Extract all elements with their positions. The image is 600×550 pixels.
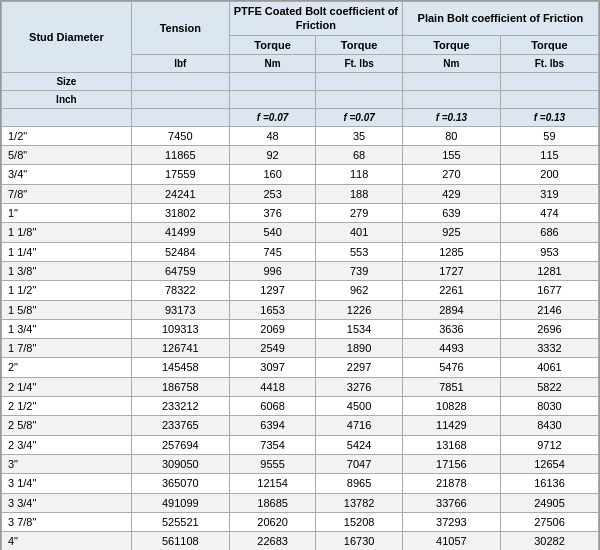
value-cell: 2696 (500, 319, 598, 338)
table-row: 1"31802376279639474 (2, 204, 599, 223)
value-cell: 188 (316, 184, 403, 203)
plain-nm-header: Nm (402, 54, 500, 72)
table-row: 2 5/8"23376563944716114298430 (2, 416, 599, 435)
blank-plain-ft (500, 72, 598, 90)
value-cell: 1653 (229, 300, 316, 319)
size-cell: 3 3/4" (2, 493, 132, 512)
f013b-label: f =0.13 (500, 108, 598, 126)
value-cell: 1890 (316, 339, 403, 358)
value-cell: 27506 (500, 512, 598, 531)
table-row: 5/8"118659268155115 (2, 146, 599, 165)
blank-tension (131, 72, 229, 90)
value-cell: 3636 (402, 319, 500, 338)
size-cell: 1" (2, 204, 132, 223)
value-cell: 1534 (316, 319, 403, 338)
value-cell: 48 (229, 126, 316, 145)
value-cell: 2297 (316, 358, 403, 377)
size-cell: 1 3/8" (2, 261, 132, 280)
blank2-tension (131, 90, 229, 108)
value-cell: 33766 (402, 493, 500, 512)
value-cell: 7450 (131, 126, 229, 145)
table-row: 1 1/4"524847455531285953 (2, 242, 599, 261)
table-row: 1 1/2"78322129796222611677 (2, 281, 599, 300)
value-cell: 11429 (402, 416, 500, 435)
value-cell: 6068 (229, 397, 316, 416)
size-cell: 2 3/4" (2, 435, 132, 454)
blank2-plain-ft (500, 90, 598, 108)
value-cell: 3332 (500, 339, 598, 358)
value-cell: 15208 (316, 512, 403, 531)
table-row: 1 5/8"931731653122628942146 (2, 300, 599, 319)
size-cell: 3" (2, 454, 132, 473)
value-cell: 115 (500, 146, 598, 165)
f007b-label: f =0.07 (316, 108, 403, 126)
ptfe-torque-header: Torque (229, 35, 316, 54)
size-cell: 2" (2, 358, 132, 377)
value-cell: 160 (229, 165, 316, 184)
value-cell: 553 (316, 242, 403, 261)
value-cell: 6394 (229, 416, 316, 435)
table-row: 2 3/4"25769473545424131689712 (2, 435, 599, 454)
size-cell: 1 1/8" (2, 223, 132, 242)
blank3-stud (2, 108, 132, 126)
value-cell: 401 (316, 223, 403, 242)
value-cell: 22683 (229, 532, 316, 550)
value-cell: 525521 (131, 512, 229, 531)
value-cell: 1727 (402, 261, 500, 280)
value-cell: 109313 (131, 319, 229, 338)
table-row: 4"56110822683167304105730282 (2, 532, 599, 550)
size-cell: 1 1/2" (2, 281, 132, 300)
ptfe-ft-header: Ft. lbs (316, 54, 403, 72)
value-cell: 4493 (402, 339, 500, 358)
ptfe-nm-header: Nm (229, 54, 316, 72)
value-cell: 2549 (229, 339, 316, 358)
table-row: 3 1/4"3650701215489652187816136 (2, 474, 599, 493)
size-cell: 1 5/8" (2, 300, 132, 319)
value-cell: 8430 (500, 416, 598, 435)
value-cell: 233765 (131, 416, 229, 435)
plain-torque2-header: Torque (500, 35, 598, 54)
table-row: 1 1/8"41499540401925686 (2, 223, 599, 242)
value-cell: 59 (500, 126, 598, 145)
size-cell: 3 1/4" (2, 474, 132, 493)
tension-unit-header: lbf (131, 54, 229, 72)
table-row: 2"1454583097229754764061 (2, 358, 599, 377)
value-cell: 4418 (229, 377, 316, 396)
value-cell: 319 (500, 184, 598, 203)
blank2-plain-nm (402, 90, 500, 108)
blank3-tension (131, 108, 229, 126)
value-cell: 68 (316, 146, 403, 165)
value-cell: 93173 (131, 300, 229, 319)
value-cell: 962 (316, 281, 403, 300)
value-cell: 17559 (131, 165, 229, 184)
f013a-label: f =0.13 (402, 108, 500, 126)
value-cell: 16136 (500, 474, 598, 493)
value-cell: 9712 (500, 435, 598, 454)
size-cell: 1 7/8" (2, 339, 132, 358)
value-cell: 429 (402, 184, 500, 203)
value-cell: 52484 (131, 242, 229, 261)
value-cell: 1285 (402, 242, 500, 261)
tension-header: Tension (131, 2, 229, 55)
value-cell: 80 (402, 126, 500, 145)
blank2-ptfe-ft (316, 90, 403, 108)
value-cell: 37293 (402, 512, 500, 531)
value-cell: 2261 (402, 281, 500, 300)
table-row: 3"309050955570471715612654 (2, 454, 599, 473)
value-cell: 4500 (316, 397, 403, 416)
value-cell: 925 (402, 223, 500, 242)
value-cell: 13782 (316, 493, 403, 512)
value-cell: 20620 (229, 512, 316, 531)
size-cell: 3/4" (2, 165, 132, 184)
value-cell: 4716 (316, 416, 403, 435)
size-cell: 2 1/2" (2, 397, 132, 416)
value-cell: 745 (229, 242, 316, 261)
value-cell: 11865 (131, 146, 229, 165)
size-cell: 1/2" (2, 126, 132, 145)
value-cell: 9555 (229, 454, 316, 473)
table-row: 1 3/4"1093132069153436362696 (2, 319, 599, 338)
size-cell: 1 3/4" (2, 319, 132, 338)
value-cell: 145458 (131, 358, 229, 377)
value-cell: 10828 (402, 397, 500, 416)
value-cell: 200 (500, 165, 598, 184)
